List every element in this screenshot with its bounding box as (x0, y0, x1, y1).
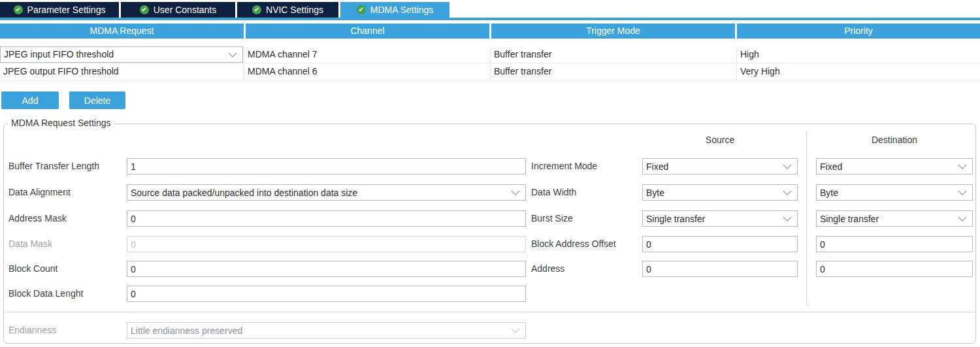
delete-button[interactable]: Delete (69, 91, 125, 109)
mdma-request-settings-group: MDMA Request Settings Source Destination… (3, 124, 976, 344)
group-legend: MDMA Request Settings (8, 118, 114, 128)
source-column-header: Source (642, 135, 798, 145)
request-combobox[interactable]: JPEG input FIFO threshold (0, 46, 243, 63)
tab-nvic-settings[interactable]: ✔ NVIC Settings (237, 2, 338, 18)
address-destination-input[interactable] (816, 261, 973, 277)
tab-label: NVIC Settings (266, 5, 323, 15)
chevron-down-icon (783, 164, 792, 169)
buffer-transfer-length-input[interactable] (127, 158, 526, 174)
tab-mdma-settings[interactable]: ✔ MDMA Settings (340, 2, 449, 18)
chevron-down-icon (783, 190, 792, 195)
block-address-offset-destination-input[interactable] (816, 236, 973, 252)
increment-mode-source-select[interactable]: Fixed (642, 158, 798, 174)
label-block-address-offset: Block Address Offset (531, 236, 616, 252)
label-data-width: Data Width (531, 184, 576, 201)
address-source-input[interactable] (642, 261, 798, 277)
check-icon: ✔ (140, 5, 149, 14)
chevron-down-icon (511, 190, 520, 195)
table-cell-priority[interactable]: High (737, 46, 980, 63)
table-cell-channel[interactable]: MDMA channel 7 (244, 46, 491, 63)
table-cell-priority[interactable]: Very High (737, 63, 980, 80)
tab-underline-strip (0, 18, 980, 20)
combobox-value: Single transfer (643, 214, 783, 224)
combobox-value: Byte (817, 188, 958, 198)
tab-label: User Constants (154, 5, 216, 15)
label-data-alignment: Data Alignment (8, 184, 71, 201)
burst-size-source-select[interactable]: Single transfer (642, 210, 798, 227)
tab-label: Parameter Settings (27, 5, 106, 15)
combobox-value: Little endianness preserved (127, 325, 511, 336)
label-data-mask: Data Mask (8, 236, 52, 252)
label-increment-mode: Increment Mode (531, 158, 597, 174)
table-cell-trigger-mode[interactable]: Buffer transfer (491, 63, 737, 80)
endianness-select: Little endianness preserved (127, 322, 526, 339)
table-cell-request: JPEG input FIFO threshold (0, 46, 244, 63)
increment-mode-destination-select[interactable]: Fixed (816, 158, 973, 174)
tab-label: MDMA Settings (370, 5, 433, 15)
column-header-trigger-mode: Trigger Mode (491, 24, 735, 39)
check-icon: ✔ (252, 5, 261, 14)
chevron-down-icon (511, 328, 520, 333)
check-icon: ✔ (357, 5, 366, 14)
chevron-down-icon (958, 216, 967, 222)
check-icon: ✔ (14, 5, 23, 14)
label-buffer-transfer-length: Buffer Transfer Length (8, 158, 99, 174)
tab-parameter-settings[interactable]: ✔ Parameter Settings (0, 2, 119, 18)
label-burst-size: Burst Size (531, 210, 573, 227)
chevron-down-icon (228, 52, 237, 58)
add-button[interactable]: Add (1, 91, 59, 109)
endianness-separator (6, 312, 974, 312)
label-block-count: Block Count (8, 261, 57, 277)
data-mask-input (127, 236, 526, 252)
block-count-input[interactable] (127, 261, 526, 277)
combobox-value: Byte (643, 188, 783, 198)
data-alignment-select[interactable]: Source data packed/unpacked into destina… (127, 184, 526, 201)
data-width-source-select[interactable]: Byte (642, 184, 798, 201)
table-cell-channel[interactable]: MDMA channel 6 (244, 63, 491, 80)
combobox-value: Single transfer (817, 214, 958, 224)
label-address-mask: Address Mask (8, 210, 67, 227)
combobox-value: Fixed (643, 161, 783, 172)
table-cell-trigger-mode[interactable]: Buffer transfer (491, 46, 737, 63)
mdma-settings-panel: ✔ Parameter Settings ✔ User Constants ✔ … (0, 0, 980, 347)
chevron-down-icon (783, 216, 792, 222)
column-header-mdma-request: MDMA Request (0, 24, 244, 39)
column-header-channel: Channel (246, 24, 489, 39)
combobox-value: Source data packed/unpacked into destina… (127, 188, 511, 198)
tab-user-constants[interactable]: ✔ User Constants (121, 2, 235, 18)
destination-column-header: Destination (816, 135, 973, 145)
combobox-value: JPEG input FIFO threshold (1, 46, 228, 63)
address-mask-input[interactable] (127, 210, 526, 227)
source-destination-divider (806, 132, 807, 306)
block-address-offset-source-input[interactable] (642, 236, 798, 252)
table-cell-request[interactable]: JPEG output FIFO threshold (0, 63, 244, 80)
burst-size-destination-select[interactable]: Single transfer (816, 210, 973, 227)
label-address: Address (531, 261, 564, 277)
chevron-down-icon (958, 190, 967, 195)
chevron-down-icon (958, 164, 967, 169)
label-endianness: Endianness (8, 322, 56, 339)
column-header-priority: Priority (737, 24, 980, 39)
block-data-lenght-input[interactable] (127, 286, 526, 302)
data-width-destination-select[interactable]: Byte (816, 184, 973, 201)
label-block-data-lenght: Block Data Lenght (8, 286, 83, 302)
combobox-value: Fixed (817, 161, 958, 172)
